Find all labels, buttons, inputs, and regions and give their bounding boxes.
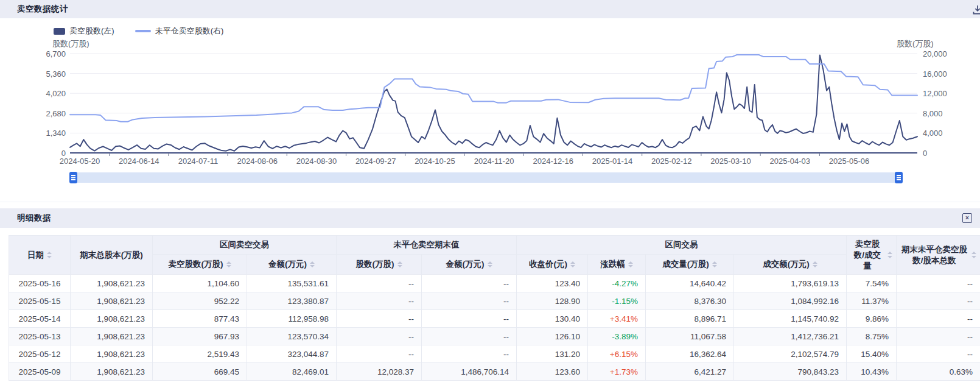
sort-icon[interactable] bbox=[887, 252, 892, 258]
cell-value: -- bbox=[337, 345, 422, 363]
datazoom-slider-track[interactable] bbox=[70, 172, 902, 183]
cell-value: 11.37% bbox=[847, 292, 897, 310]
cell-value: -- bbox=[422, 275, 517, 292]
cell-value: 6,421.27 bbox=[646, 363, 734, 381]
x-axis-label: 2025-02-12 bbox=[651, 157, 692, 166]
col-header-change[interactable]: 涨跌幅 bbox=[588, 255, 646, 275]
cell-value: 82,469.01 bbox=[247, 363, 337, 381]
table-row[interactable]: 2025-05-091,908,621.23669.4582,469.0112,… bbox=[9, 363, 980, 381]
cell-value: 2,519.43 bbox=[153, 345, 247, 363]
sort-icon[interactable] bbox=[397, 261, 402, 268]
x-axis-label: 2024-08-30 bbox=[296, 157, 337, 166]
group-header-short-trade: 区间卖空交易 bbox=[153, 236, 337, 255]
table-row[interactable]: 2025-05-161,908,621.231,104.60135,531.61… bbox=[9, 275, 980, 292]
group-header-open-short: 未平仓卖空期末值 bbox=[337, 236, 517, 255]
right-axis-tick-label: 8,000 bbox=[923, 108, 943, 118]
cell-date: 2025-05-09 bbox=[9, 363, 71, 381]
col-header-open-shares[interactable]: 股数(万股) bbox=[337, 255, 422, 275]
right-axis-tick-label: 20,000 bbox=[923, 49, 947, 58]
cell-value: -- bbox=[897, 275, 980, 292]
cell-value: 967.93 bbox=[153, 328, 247, 345]
cell-value: 123,380.87 bbox=[247, 292, 337, 310]
cell-value: 130.40 bbox=[517, 310, 588, 328]
cell-value: 1,104.60 bbox=[153, 275, 247, 292]
col-header-open-amount[interactable]: 金额(万元) bbox=[422, 255, 517, 275]
cell-value: 1,908,621.23 bbox=[71, 275, 153, 292]
export-excel-icon[interactable]: × bbox=[962, 213, 972, 223]
right-axis-tick-label: 4,000 bbox=[923, 129, 943, 138]
cell-value: -- bbox=[422, 328, 517, 345]
cell-value: 8,376.30 bbox=[646, 292, 734, 310]
cell-value: 1,412,736.21 bbox=[734, 328, 847, 345]
detail-table: 日期 期末总股本(万股) 区间卖空交易 未平仓卖空期末值 区间交易 卖空股数/成… bbox=[9, 235, 980, 381]
cell-value: 790,843.23 bbox=[734, 363, 847, 381]
sort-icon[interactable] bbox=[310, 261, 315, 268]
col-header-open-capital-ratio[interactable]: 期末未平仓卖空股数/股本总数 bbox=[897, 236, 980, 275]
detail-section-header: 明细数据 × bbox=[0, 208, 980, 228]
sort-icon[interactable] bbox=[47, 252, 52, 258]
col-header-short-shares[interactable]: 卖空股数(万股) bbox=[153, 255, 247, 275]
right-axis-tick-label: 12,000 bbox=[923, 89, 947, 98]
chart-section-header: 卖空数据统计 bbox=[0, 0, 980, 18]
cell-value: 1,908,621.23 bbox=[71, 363, 153, 381]
x-axis-label: 2024-06-14 bbox=[119, 157, 159, 166]
cell-date: 2025-05-16 bbox=[9, 275, 71, 292]
right-axis-tick-label: 16,000 bbox=[923, 69, 947, 78]
x-axis-label: 2024-05-20 bbox=[60, 157, 100, 166]
x-axis-label: 2025-04-03 bbox=[770, 157, 811, 166]
datazoom-left-handle-icon[interactable] bbox=[69, 172, 77, 183]
cell-value: 128.90 bbox=[517, 292, 588, 310]
col-header-volume[interactable]: 成交量(万股) bbox=[646, 255, 734, 275]
x-axis-label: 2024-08-06 bbox=[237, 157, 278, 166]
series-line-open-short-shares bbox=[70, 55, 917, 122]
cell-value: 123,570.34 bbox=[247, 328, 337, 345]
col-header-short-amount[interactable]: 金额(万元) bbox=[247, 255, 337, 275]
cell-value: -- bbox=[422, 310, 517, 328]
cell-value: 131.20 bbox=[517, 345, 588, 363]
col-header-total-capital: 期末总股本(万股) bbox=[71, 236, 153, 275]
sort-icon[interactable] bbox=[226, 261, 231, 268]
cell-change: -3.89% bbox=[588, 328, 646, 345]
detail-section-title: 明细数据 bbox=[17, 213, 51, 224]
cell-value: -- bbox=[897, 292, 980, 310]
table-row[interactable]: 2025-05-151,908,621.23952.22123,380.87--… bbox=[9, 292, 980, 310]
cell-value: 2,102,574.79 bbox=[734, 345, 847, 363]
group-header-interval-trade: 区间交易 bbox=[517, 236, 847, 255]
short-selling-chart: 卖空股数(左) 未平仓卖空股数(右) 股数(万股) 股数(万股) 6,7005,… bbox=[0, 18, 980, 202]
col-header-turnover[interactable]: 成交额(万元) bbox=[734, 255, 847, 275]
cell-value: 1,145,740.92 bbox=[734, 310, 847, 328]
table-row[interactable]: 2025-05-141,908,621.23877.43112,958.98--… bbox=[9, 310, 980, 328]
sort-icon[interactable] bbox=[813, 261, 817, 268]
sort-icon[interactable] bbox=[628, 261, 633, 268]
left-axis-tick-label: 2,680 bbox=[17, 108, 66, 118]
cell-value: -- bbox=[422, 345, 517, 363]
sort-icon[interactable] bbox=[570, 261, 575, 268]
sort-icon[interactable] bbox=[712, 261, 717, 268]
cell-value: 10.43% bbox=[847, 363, 897, 381]
cell-value: -- bbox=[897, 345, 980, 363]
cell-date: 2025-05-15 bbox=[9, 292, 71, 310]
right-axis-tick-label: 0 bbox=[923, 149, 927, 158]
col-header-date[interactable]: 日期 bbox=[9, 236, 71, 275]
col-header-short-vol-ratio[interactable]: 卖空股数/成交量 bbox=[847, 236, 897, 275]
download-icon[interactable] bbox=[972, 4, 980, 15]
table-row[interactable]: 2025-05-131,908,621.23967.93123,570.34--… bbox=[9, 328, 980, 345]
cell-value: 15.40% bbox=[847, 345, 897, 363]
cell-value: 14,640.42 bbox=[646, 275, 734, 292]
cell-value: 11,067.58 bbox=[646, 328, 734, 345]
page: { "chart": { "title": "卖空数据统计", "legend"… bbox=[0, 0, 980, 385]
table-row[interactable]: 2025-05-121,908,621.232,519.43323,044.87… bbox=[9, 345, 980, 363]
cell-value: 12,028.37 bbox=[337, 363, 422, 381]
cell-value: 952.22 bbox=[153, 292, 247, 310]
left-axis-tick-label: 6,700 bbox=[17, 49, 66, 58]
datazoom-right-handle-icon[interactable] bbox=[895, 172, 903, 183]
sort-icon[interactable] bbox=[488, 261, 492, 268]
cell-date: 2025-05-14 bbox=[9, 310, 71, 328]
cell-value: -- bbox=[897, 328, 980, 345]
chart-section-title: 卖空数据统计 bbox=[17, 4, 68, 15]
col-header-close-price[interactable]: 收盘价(元) bbox=[517, 255, 588, 275]
cell-value: 8.75% bbox=[847, 328, 897, 345]
cell-value: -- bbox=[337, 275, 422, 292]
sort-icon[interactable] bbox=[971, 252, 976, 258]
x-axis-label: 2024-12-16 bbox=[533, 157, 574, 166]
